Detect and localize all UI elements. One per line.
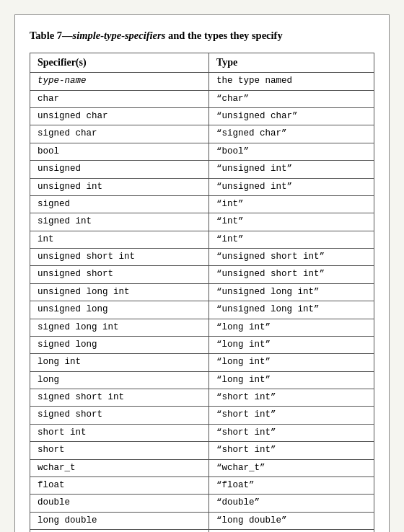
specifier-cell: wchar_t (30, 459, 209, 476)
specifier-cell: unsigned long int (30, 283, 209, 301)
type-cell: “unsigned int” (209, 161, 374, 178)
table-title: Table 7—simple-type-specifiers and the t… (30, 28, 374, 43)
specifier-cell: unsigned short (30, 266, 209, 283)
type-cell: “short int” (209, 389, 374, 407)
table-row: bool“bool” (30, 143, 374, 160)
specifier-cell: float (30, 476, 209, 494)
specifier-cell: unsigned long (30, 301, 209, 319)
type-cell: “short int” (209, 407, 374, 424)
type-cell: “long int” (209, 336, 374, 353)
specifier-cell: long (30, 371, 209, 389)
type-cell: “int” (209, 195, 374, 213)
specifier-cell: short (30, 442, 209, 459)
specifier-cell: unsigned short int (30, 249, 209, 266)
table-row: unsigned short“unsigned short int” (30, 266, 374, 283)
specifier-cell: signed (30, 195, 209, 213)
specifier-cell: signed char (30, 125, 209, 143)
table-row: long double“long double” (30, 512, 374, 529)
page-container: Table 7—simple-type-specifiers and the t… (14, 14, 390, 532)
table-row: signed long“long int” (30, 336, 374, 353)
specifier-cell: int (30, 231, 209, 248)
table-row: float“float” (30, 476, 374, 494)
table-row: signed long int“long int” (30, 319, 374, 336)
specifier-cell: double (30, 495, 209, 512)
type-cell: “int” (209, 213, 374, 231)
table-row: long“long int” (30, 371, 374, 389)
type-cell: “unsigned int” (209, 178, 374, 195)
table-row: short“short int” (30, 442, 374, 459)
specifier-cell: signed short (30, 407, 209, 424)
type-cell: “double” (209, 495, 374, 512)
table-row: long int“long int” (30, 354, 374, 371)
type-cell: “unsigned short int” (209, 266, 374, 283)
table-row: unsigned long int“unsigned long int” (30, 283, 374, 301)
header-specifier: Specifier(s) (30, 53, 209, 73)
type-cell: “long int” (209, 371, 374, 389)
specifier-cell: bool (30, 143, 209, 160)
type-cell: “unsigned long int” (209, 301, 374, 319)
specifier-cell: void (30, 530, 209, 532)
table-header-row: Specifier(s) Type (30, 53, 374, 73)
specifier-cell: unsigned int (30, 178, 209, 195)
type-cell: “wchar_t” (209, 459, 374, 476)
table-row: double“double” (30, 495, 374, 512)
type-cell: “unsigned long int” (209, 283, 374, 301)
table-row: char“char” (30, 90, 374, 107)
spec-table: Specifier(s) Type type-namethe type name… (30, 53, 374, 532)
table-row: signed short“short int” (30, 407, 374, 424)
specifier-cell: signed long (30, 336, 209, 353)
type-cell: “unsigned short int” (209, 249, 374, 266)
specifier-cell: signed long int (30, 319, 209, 336)
type-cell: “long int” (209, 319, 374, 336)
type-cell: “short int” (209, 442, 374, 459)
type-cell: “float” (209, 476, 374, 494)
table-row: type-namethe type named (30, 73, 374, 90)
type-cell: “void” (209, 530, 374, 532)
specifier-cell: type-name (30, 73, 209, 90)
specifier-cell: long double (30, 512, 209, 529)
table-row: wchar_t“wchar_t” (30, 459, 374, 476)
table-row: unsigned short int“unsigned short int” (30, 249, 374, 266)
type-cell: “long int” (209, 354, 374, 371)
table-row: void“void” (30, 530, 374, 532)
header-type: Type (209, 53, 374, 73)
table-row: signed“int” (30, 195, 374, 213)
type-cell: “short int” (209, 424, 374, 441)
table-row: unsigned int“unsigned int” (30, 178, 374, 195)
type-cell: the type named (209, 73, 374, 90)
type-cell: “char” (209, 90, 374, 107)
type-cell: “signed char” (209, 125, 374, 143)
specifier-cell: short int (30, 424, 209, 441)
specifier-cell: unsigned char (30, 108, 209, 125)
specifier-cell: unsigned (30, 161, 209, 178)
specifier-cell: long int (30, 354, 209, 371)
specifier-cell: signed short int (30, 389, 209, 407)
type-cell: “bool” (209, 143, 374, 160)
table-row: signed short int“short int” (30, 389, 374, 407)
table-row: int“int” (30, 231, 374, 248)
specifier-cell: char (30, 90, 209, 107)
type-cell: “int” (209, 231, 374, 248)
table-row: signed int“int” (30, 213, 374, 231)
table-row: unsigned long“unsigned long int” (30, 301, 374, 319)
specifier-cell: signed int (30, 213, 209, 231)
table-row: unsigned char“unsigned char” (30, 108, 374, 125)
table-row: short int“short int” (30, 424, 374, 441)
type-cell: “unsigned char” (209, 108, 374, 125)
table-row: unsigned“unsigned int” (30, 161, 374, 178)
table-row: signed char“signed char” (30, 125, 374, 143)
type-cell: “long double” (209, 512, 374, 529)
